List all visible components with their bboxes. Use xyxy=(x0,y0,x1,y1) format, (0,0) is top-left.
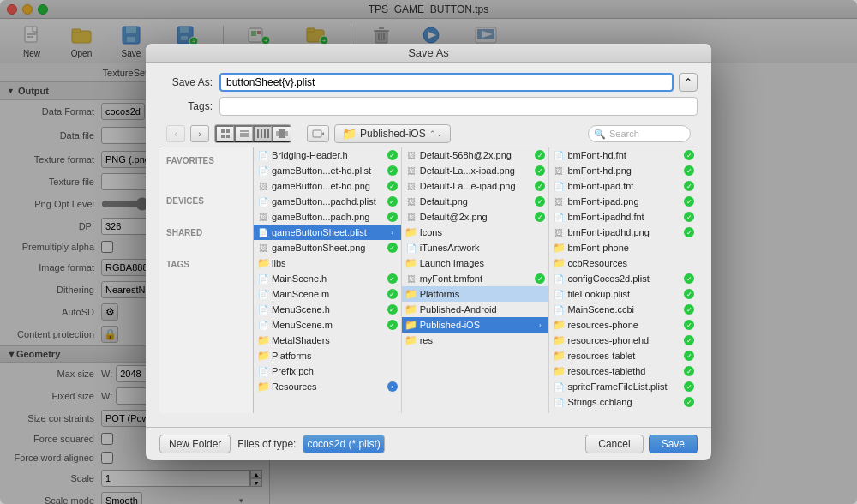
list-item[interactable]: 📁MetalShaders xyxy=(254,333,401,348)
list-item[interactable]: 📁Resources› xyxy=(254,379,401,394)
coverflow-view-button[interactable] xyxy=(272,125,291,142)
item-name: Default-568h@2x.png xyxy=(420,150,534,160)
saveas-input[interactable] xyxy=(219,73,674,92)
file-icon: 🖼 xyxy=(553,165,565,177)
file-icon: 🖼 xyxy=(405,180,417,192)
list-item[interactable]: 📁resources-phone✓ xyxy=(549,317,698,333)
file-column-3: 📄bmFont-hd.fnt✓🖼bmFont-hd.png✓📄bmFont-ip… xyxy=(549,147,698,413)
badge-green: ✓ xyxy=(387,273,398,284)
list-item[interactable]: 📄spriteFrameFileList.plist✓ xyxy=(549,379,698,394)
badge-green: ✓ xyxy=(387,212,398,222)
item-name: Bridging-Header.h xyxy=(272,150,386,160)
location-button[interactable]: 📁 Published-iOS ⌃⌄ xyxy=(334,124,451,143)
search-box[interactable]: 🔍 Search xyxy=(588,125,691,142)
list-item[interactable]: 🖼bmFont-hd.png✓ xyxy=(549,163,698,178)
cancel-button[interactable]: Cancel xyxy=(585,435,643,453)
expand-button[interactable]: ⌃ xyxy=(679,73,698,92)
list-item[interactable]: 🖼gameButton...padh.png✓ xyxy=(254,209,401,225)
item-name: gameButtonSheet.png xyxy=(272,243,386,253)
list-item[interactable]: 📄MenuScene.m✓ xyxy=(254,317,401,333)
location-chevron: ⌃⌄ xyxy=(429,129,443,138)
badge-blue-arrow: › xyxy=(387,381,398,392)
list-item[interactable]: 🖼bmFont-ipadhd.png✓ xyxy=(549,225,698,240)
list-item[interactable]: 📁Icons xyxy=(402,225,549,240)
list-item[interactable]: 📄gameButton...et-hd.plist✓ xyxy=(254,163,401,178)
file-icon: 📄 xyxy=(553,180,565,192)
tags-input[interactable] xyxy=(219,97,698,116)
list-item[interactable]: 📄iTunesArtwork xyxy=(402,240,549,255)
badge-green: ✓ xyxy=(684,150,694,160)
item-name: bmFont-ipad.png xyxy=(567,196,682,207)
action-button[interactable] xyxy=(307,125,329,142)
list-item[interactable]: 🖼Default@2x.png✓ xyxy=(402,209,549,225)
list-item[interactable]: 📁resources-tablethd✓ xyxy=(549,363,698,379)
badge-empty xyxy=(684,258,694,268)
list-item[interactable]: 📄Strings.ccblang✓ xyxy=(549,394,698,410)
list-item[interactable]: 📄MenuScene.h✓ xyxy=(254,302,401,317)
list-item[interactable]: 📄MainScene.ccbi✓ xyxy=(549,302,698,317)
list-item[interactable]: 📄gameButton...padhd.plist✓ xyxy=(254,194,401,209)
list-item[interactable]: 🖼Default-568h@2x.png✓ xyxy=(402,147,549,163)
list-item[interactable]: 🖼Default-La...e-ipad.png✓ xyxy=(402,178,549,194)
list-item[interactable]: 📄Bridging-Header.h✓ xyxy=(254,147,401,163)
list-item[interactable]: 🖼Default-La...x-ipad.png✓ xyxy=(402,163,549,178)
list-item[interactable]: 📁Platforms xyxy=(402,286,549,302)
list-view-button[interactable] xyxy=(234,125,253,142)
list-item[interactable]: 🖼gameButtonSheet.png✓ xyxy=(254,240,401,255)
file-icon: 📄 xyxy=(257,319,269,331)
list-item[interactable]: 📄gameButtonSheet.plist› xyxy=(254,225,401,240)
list-item[interactable]: 📄Prefix.pch xyxy=(254,363,401,379)
list-item[interactable]: 📁Launch Images xyxy=(402,255,549,271)
list-item[interactable]: 📁res xyxy=(402,333,549,348)
folder-icon: 📁 xyxy=(553,242,565,254)
dialog-title-bar: Save As xyxy=(146,44,711,63)
badge-empty xyxy=(387,258,398,268)
forward-button[interactable]: › xyxy=(190,125,209,142)
folder-icon: 📁 xyxy=(405,334,417,346)
list-item[interactable]: 📁Platforms xyxy=(254,348,401,363)
item-name: Default@2x.png xyxy=(420,212,534,222)
badge-green: ✓ xyxy=(387,243,398,253)
list-item[interactable]: 🖼gameButton...et-hd.png✓ xyxy=(254,178,401,194)
svg-rect-51 xyxy=(313,130,321,137)
list-item[interactable]: 📄configCocos2d.plist✓ xyxy=(549,271,698,286)
list-item[interactable]: 📄MainScene.h✓ xyxy=(254,271,401,286)
badge-empty xyxy=(535,335,545,345)
new-folder-label: New Folder xyxy=(169,438,221,450)
list-item[interactable]: 📁Published-Android xyxy=(402,302,549,317)
search-icon: 🔍 xyxy=(594,129,606,140)
folder-icon: 📁 xyxy=(405,303,417,315)
list-item[interactable]: 📄bmFont-hd.fnt✓ xyxy=(549,147,698,163)
list-item[interactable]: 📁Published-iOS› xyxy=(402,317,549,333)
column-view-button[interactable] xyxy=(253,125,272,142)
list-item[interactable]: 📁ccbResources xyxy=(549,255,698,271)
list-item[interactable]: 🖼myFont.bmfont✓ xyxy=(402,271,549,286)
file-icon: 📄 xyxy=(257,165,269,177)
dialog-content: Save As: ⌃ Tags: ‹ › xyxy=(146,63,711,427)
new-folder-button[interactable]: New Folder xyxy=(159,435,231,453)
save-button-dialog[interactable]: Save xyxy=(649,435,698,453)
svg-rect-40 xyxy=(226,135,230,138)
item-name: Resources xyxy=(272,381,386,392)
list-item[interactable]: 📁resources-tablet✓ xyxy=(549,348,698,363)
badge-empty xyxy=(684,243,694,253)
list-item[interactable]: 📄bmFont-ipadhd.fnt✓ xyxy=(549,209,698,225)
item-name: Default-La...e-ipad.png xyxy=(420,181,534,191)
list-item[interactable]: 📄MainScene.m✓ xyxy=(254,286,401,302)
list-item[interactable]: 🖼Default.png✓ xyxy=(402,194,549,209)
browser-toolbar: ‹ › xyxy=(159,121,698,147)
list-item[interactable]: 📁libs xyxy=(254,255,401,271)
file-icon: 🖼 xyxy=(257,242,269,254)
item-name: Published-iOS xyxy=(420,320,534,330)
file-icon: 📄 xyxy=(257,195,269,207)
list-item[interactable]: 📁resources-phonehd✓ xyxy=(549,333,698,348)
back-button[interactable]: ‹ xyxy=(166,125,185,142)
icon-view-button[interactable] xyxy=(215,125,234,142)
list-item[interactable]: 📄fileLookup.plist✓ xyxy=(549,286,698,302)
item-name: Prefix.pch xyxy=(272,366,386,376)
list-item[interactable]: 🖼bmFont-ipad.png✓ xyxy=(549,194,698,209)
list-item[interactable]: 📁bmFont-phone xyxy=(549,240,698,255)
item-name: bmFont-ipadhd.fnt xyxy=(567,212,682,222)
file-type-select[interactable]: cocos2d (*.plist) xyxy=(303,435,385,453)
list-item[interactable]: 📄bmFont-ipad.fnt✓ xyxy=(549,178,698,194)
